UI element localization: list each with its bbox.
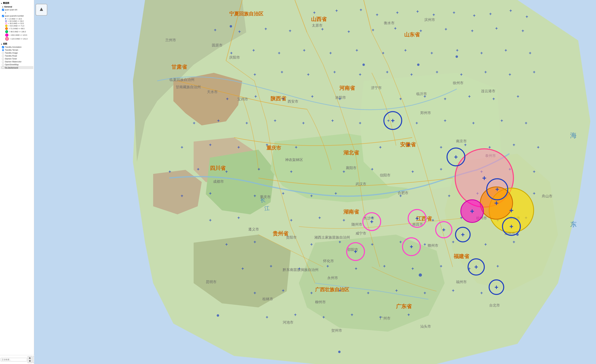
basemap-tianditu-terrain[interactable]: Tianditu Terrain xyxy=(1,49,33,51)
svg-text:+: + xyxy=(473,13,476,18)
svg-text:+: + xyxy=(338,288,341,293)
layer-quan-yuan-shi[interactable]: quan-yuan-shi xyxy=(2,8,33,11)
svg-text:+: + xyxy=(416,9,419,14)
svg-text:+: + xyxy=(533,191,536,196)
svg-text:+: + xyxy=(371,167,374,172)
basemap-stamen-watercolor[interactable]: Stamen Watercolor xyxy=(1,60,33,63)
svg-text:+: + xyxy=(456,48,459,53)
svg-text:+: + xyxy=(461,231,465,238)
svg-text:+: + xyxy=(404,48,407,53)
svg-text:+: + xyxy=(302,121,305,125)
svg-text:+: + xyxy=(343,169,345,174)
svg-text:+: + xyxy=(338,240,341,244)
svg-text:+: + xyxy=(282,288,284,293)
svg-point-230 xyxy=(338,351,341,353)
layer-add-btn-row: + xyxy=(2,11,33,15)
svg-text:+: + xyxy=(391,117,395,124)
basemap-tianditu-road-label: Tianditu Road xyxy=(5,55,17,57)
svg-text:+: + xyxy=(529,51,531,56)
basemap-tianditu-road[interactable]: Tianditu Road xyxy=(1,54,33,57)
svg-text:+: + xyxy=(411,169,414,174)
province-sichuan: 四川省 xyxy=(210,165,226,171)
svg-text:甘南藏族自治州: 甘南藏族自治州 xyxy=(176,85,201,89)
search-button[interactable]: 检索 xyxy=(28,356,32,363)
svg-text:+: + xyxy=(495,284,498,291)
layer-quan-yuan-shi-label: quan-yuan-shi xyxy=(5,9,17,11)
svg-text:+: + xyxy=(333,70,336,74)
legend-label-4: > 53.5 AND <= 71.0 xyxy=(8,25,24,27)
svg-text:+: + xyxy=(410,243,413,250)
svg-text:+: + xyxy=(343,218,345,223)
svg-text:+: + xyxy=(533,169,536,174)
legend-dot-3 xyxy=(5,22,7,24)
svg-text:兰州市: 兰州市 xyxy=(165,38,176,42)
svg-text:汕头市: 汕头市 xyxy=(420,324,431,328)
legend-dot-1 xyxy=(5,18,6,19)
svg-text:+: + xyxy=(181,193,183,198)
basemap-stamen-toner-radio[interactable] xyxy=(2,58,4,60)
basemap-openstreetmap-radio[interactable] xyxy=(2,64,4,66)
svg-text:+: + xyxy=(214,28,216,32)
map-area[interactable]: 长 江 宁夏回族自治区 山西省 山东省 甘肃省 xyxy=(34,0,596,364)
svg-text:湘西土家族苗族自治州: 湘西土家族苗族自治州 xyxy=(314,235,350,240)
basemap-stamen-toner[interactable]: Stamen Toner xyxy=(1,57,33,60)
svg-text:+: + xyxy=(310,291,313,295)
province-guangxi: 广西壮族自治区 xyxy=(315,287,349,292)
overlay-arrow: ▲ xyxy=(1,2,2,4)
svg-text:+: + xyxy=(444,118,447,123)
basemap-openstreetmap[interactable]: OpenStreetMap xyxy=(1,63,33,66)
svg-text:+: + xyxy=(246,121,248,125)
svg-text:+: + xyxy=(382,51,385,56)
svg-text:+: + xyxy=(225,169,228,174)
svg-text:+: + xyxy=(266,142,268,147)
svg-text:台北市: 台北市 xyxy=(489,303,500,307)
svg-point-231 xyxy=(455,55,458,58)
svg-text:+: + xyxy=(254,291,256,295)
svg-text:+: + xyxy=(440,167,442,172)
svg-text:+: + xyxy=(533,70,536,74)
svg-text:+: + xyxy=(329,51,332,56)
svg-text:+: + xyxy=(209,218,212,223)
svg-text:+: + xyxy=(372,28,374,32)
svg-text:郑州市: 郑州市 xyxy=(420,111,431,115)
legend-group: > 1.0 AND <= 18.5 > 18.5 AND <= 36.0 > 3… xyxy=(5,18,33,41)
svg-text:+: + xyxy=(526,14,528,19)
layer-quan-yuanshi-number-checkbox[interactable] xyxy=(2,15,4,17)
basemap-tianditu-road-radio[interactable] xyxy=(2,55,4,57)
basemap-tianditu-annotation-checkbox[interactable] xyxy=(2,46,4,48)
layer-quan-yuan-shi-checkbox[interactable] xyxy=(2,9,4,11)
basemap-tianditu-image[interactable]: Tianditu Image xyxy=(1,51,33,54)
svg-text:+: + xyxy=(431,51,433,56)
basemap-tianditu-terrain-radio[interactable] xyxy=(2,49,4,51)
layer-quan-yuanshi-number-label: quan-yuanshi-number xyxy=(5,15,24,17)
svg-text:+: + xyxy=(407,312,410,317)
province-shandong: 山东省 xyxy=(404,32,420,37)
svg-text:+: + xyxy=(464,142,467,147)
svg-text:+: + xyxy=(282,191,284,196)
svg-text:+: + xyxy=(424,242,426,247)
svg-text:+: + xyxy=(254,193,256,198)
svg-text:+: + xyxy=(460,72,462,77)
legend-item-2: > 18.5 AND <= 36.0 xyxy=(5,20,33,22)
legend-label-5: > 71.0 AND <= 88.5 xyxy=(9,28,24,29)
svg-text:+: + xyxy=(289,28,291,33)
add-layer-button[interactable]: + xyxy=(5,12,6,14)
basemap-no-background[interactable]: No background xyxy=(1,66,33,69)
svg-text:+: + xyxy=(480,291,483,295)
basemap-no-background-radio[interactable] xyxy=(2,67,4,69)
search-input[interactable] xyxy=(1,358,27,361)
svg-text:+: + xyxy=(444,96,447,101)
basemap-tianditu-image-radio[interactable] xyxy=(2,52,4,54)
svg-text:+: + xyxy=(359,72,361,77)
legend-dot-7 xyxy=(5,33,8,37)
svg-text:河池市: 河池市 xyxy=(283,320,293,324)
layer-quan-yuanshi-number[interactable]: quan-yuanshi-number xyxy=(2,15,33,17)
basemap-stamen-watercolor-radio[interactable] xyxy=(2,61,4,63)
sea-label-hai: 海 xyxy=(570,132,577,139)
svg-text:+: + xyxy=(270,264,272,269)
svg-text:+: + xyxy=(387,118,390,123)
basemap-tianditu-annotation[interactable]: Tianditu Annotation xyxy=(1,46,33,49)
svg-point-229 xyxy=(217,314,219,317)
svg-text:+: + xyxy=(181,145,183,150)
search-bar: 检索 重置 xyxy=(0,355,34,364)
